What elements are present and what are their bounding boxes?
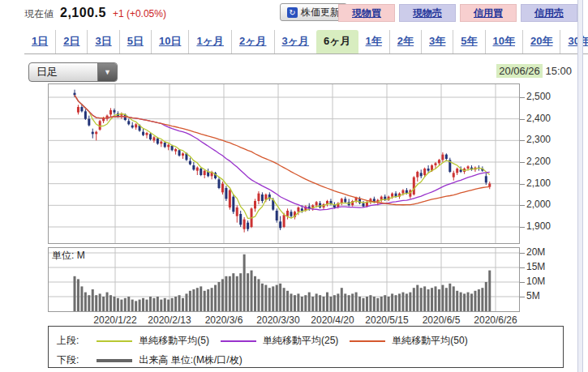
tab-30年[interactable]: 30年 [560,30,588,53]
scrollbar-track[interactable] [577,0,583,372]
volume-axis-tick: 15M [526,261,545,272]
price-axis-tick: 2,500 [526,91,551,102]
axis-tick-mark [520,282,525,283]
tab-1日[interactable]: 1日 [24,30,55,53]
legend-row-lower: 下段: 出来高 単位:(M株/口/枚) [57,353,242,367]
ma50-legend-label: 単純移動平均(50) [392,334,467,348]
volume-unit-label: 単位: M [52,249,85,263]
volume-chart-panel [48,247,520,312]
axis-tick-mark [520,97,525,98]
stock-chart-page: 現在値 2,100.5 +1 (+0.05%) ↻ 株価更新 現物買現物売信用買… [0,0,588,372]
trade-button-信用売[interactable]: 信用売 [521,4,577,22]
tab-3日[interactable]: 3日 [87,30,118,53]
chart-type-value: 日足 [29,65,97,79]
tab-2年[interactable]: 2年 [389,30,421,53]
tab-5年[interactable]: 5年 [453,30,484,53]
trade-button-現物売[interactable]: 現物売 [399,4,456,22]
ma25-legend-label: 単純移動平均(25) [263,334,338,348]
volume-legend-label: 出来高 単位:(M株/口/枚) [139,353,242,367]
chevron-down-icon: ▼ [97,63,117,81]
legend-lower-label: 下段: [57,353,79,367]
quote-datetime: 20/06/26 15:00 [462,65,572,77]
axis-tick-mark [520,162,525,163]
tab-2ヶ月[interactable]: 2ヶ月 [231,30,274,53]
axis-tick-mark [520,140,525,141]
axis-tick-mark [520,184,525,185]
volume-axis-tick: 5M [526,290,540,301]
price-axis-tick: 2,000 [526,199,551,210]
x-axis-label: 2020/1/22 [88,314,142,326]
ma25-line-swatch [221,340,256,342]
axis-tick-mark [520,119,525,120]
tab-20年[interactable]: 20年 [522,30,560,53]
price-axis-tick: 2,200 [526,156,551,167]
current-price-value: 2,100.5 [60,6,106,20]
current-price-area: 現在値 2,100.5 +1 (+0.05%) [24,6,166,21]
x-axis-label: 2020/3/30 [251,314,305,326]
tab-3年[interactable]: 3年 [421,30,453,53]
axis-tick-mark [520,253,525,254]
tab-5日[interactable]: 5日 [119,30,151,53]
legend-row-upper: 上段: 単純移動平均(5) 単純移動平均(25) 単純移動平均(50) [57,334,468,348]
price-axis-tick: 1,900 [526,220,551,232]
volume-axis-tick: 20M [526,246,545,258]
trade-button-信用買[interactable]: 信用買 [460,4,517,22]
volume-bars-chart [49,248,519,311]
ma5-legend-label: 単純移動平均(5) [139,334,209,348]
axis-tick-mark [520,297,525,297]
axis-tick-mark [520,205,525,206]
legend-box: 上段: 単純移動平均(5) 単純移動平均(25) 単純移動平均(50) 下段: … [48,326,564,368]
trade-button-group: 現物買現物売信用買信用売 [338,4,577,22]
x-axis-label: 2020/3/6 [197,314,251,326]
refresh-quote-button[interactable]: ↻ 株価更新 [280,3,347,21]
axis-tick-mark [520,267,525,268]
chart-type-select[interactable]: 日足 ▼ [28,62,118,82]
trade-button-現物買[interactable]: 現物買 [338,4,395,22]
candlestick-chart [49,84,519,243]
tab-6ヶ月[interactable]: 6ヶ月 [316,30,358,53]
quote-time: 15:00 [545,65,572,77]
ma5-line-swatch [97,340,132,342]
tab-3ヶ月[interactable]: 3ヶ月 [274,30,317,53]
tab-10日[interactable]: 10日 [151,30,188,53]
price-axis-tick: 2,300 [526,134,551,145]
legend-upper-label: 上段: [57,334,79,348]
quote-date: 20/06/26 [496,64,543,78]
tab-1ヶ月[interactable]: 1ヶ月 [188,30,231,53]
volume-axis-tick: 10M [526,276,545,287]
ma50-line-swatch [350,340,385,342]
refresh-button-label: 株価更新 [301,6,340,19]
period-tabbar: 1日2日3日5日10日1ヶ月2ヶ月3ヶ月6ヶ月1年2年3年5年10年20年30年 [24,32,588,54]
x-axis-label: 2020/4/20 [306,314,359,326]
axis-tick-mark [520,227,525,228]
price-chart-panel [48,83,520,244]
current-price-label: 現在値 [24,7,54,21]
refresh-icon: ↻ [287,7,298,18]
tab-2日[interactable]: 2日 [55,30,87,53]
price-axis-tick: 2,400 [526,113,551,124]
tab-1年[interactable]: 1年 [358,30,389,53]
x-axis-label: 2020/6/5 [414,314,468,326]
price-axis-tick: 2,100 [526,177,551,189]
x-axis-label: 2020/6/26 [469,314,522,326]
tab-10年[interactable]: 10年 [485,30,522,53]
volume-swatch [97,359,132,362]
x-axis-label: 2020/2/13 [143,314,196,326]
price-change: +1 (+0.05%) [113,8,166,19]
x-axis-label: 2020/5/15 [360,314,414,326]
